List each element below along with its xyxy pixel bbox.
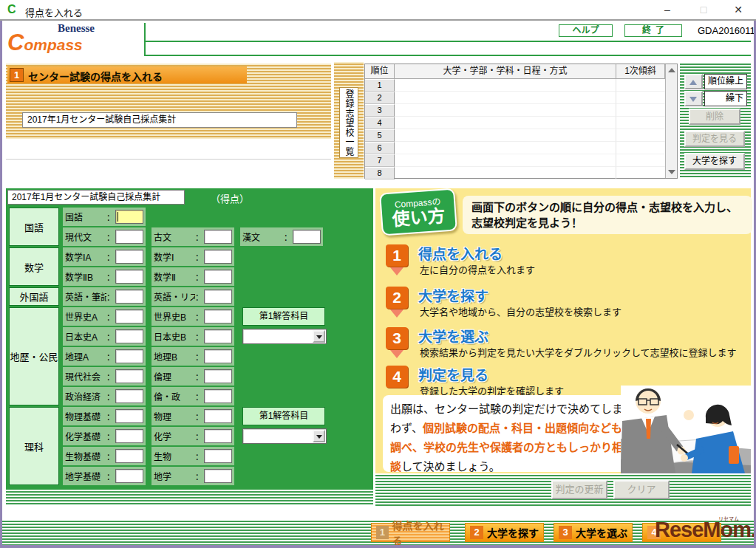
rank-cell[interactable]: 7 xyxy=(365,154,395,167)
subject-label: 生物 xyxy=(154,450,195,462)
subject-label: 古文 xyxy=(154,230,195,243)
footer-tab-1[interactable]: 1得点を入れる xyxy=(371,523,450,542)
score-input-4-0[interactable] xyxy=(115,290,143,304)
score-input-13-1[interactable] xyxy=(204,469,232,483)
score-input-5-0[interactable] xyxy=(115,309,143,323)
first-answer-select-2[interactable] xyxy=(242,428,327,444)
help-button[interactable]: ヘルプ xyxy=(559,24,613,37)
move-down-label: 繰下 xyxy=(704,91,747,106)
score-cell: 数学ⅠA： xyxy=(63,247,146,266)
exam-name-field[interactable]: 2017年1月センター試験自己採点集計 xyxy=(22,112,297,128)
score-input-0-0[interactable] xyxy=(115,210,143,224)
step-desc: 検索結果から判定を見たい大学をダブルクリックして志望校に登録します xyxy=(420,345,737,359)
score-cell: 英語・筆記： xyxy=(63,287,146,306)
subject-label: 英語・筆記 xyxy=(65,290,106,303)
score-input-3-0[interactable] xyxy=(115,270,143,284)
move-up-button[interactable] xyxy=(684,74,703,89)
maximize-button[interactable]: □ xyxy=(687,0,721,20)
search-university-button[interactable]: 大学を探す xyxy=(684,153,745,170)
weighted-score-cell xyxy=(616,117,665,129)
score-cell: 漢文： xyxy=(240,227,323,246)
score-input-6-1[interactable] xyxy=(204,329,232,343)
first-answer-select-1[interactable] xyxy=(242,329,327,344)
subject-label: 政治経済 xyxy=(65,390,106,403)
subject-label: 現代社会 xyxy=(65,370,106,383)
score-input-11-0[interactable] xyxy=(115,429,143,443)
step-number-1: 1 xyxy=(386,244,408,267)
rank-cell[interactable]: 2 xyxy=(365,92,395,104)
score-input-6-0[interactable] xyxy=(115,329,143,343)
footer-tabbar: 1得点を入れる2大学を探す3大学を選ぶ4 xyxy=(0,519,756,545)
category-label: 国語 xyxy=(9,208,59,246)
school-row-6[interactable]: 6 xyxy=(365,142,665,154)
weighted-score-cell xyxy=(616,79,665,92)
score-input-8-0[interactable] xyxy=(115,369,143,383)
rank-cell[interactable]: 4 xyxy=(365,117,395,129)
score-input-11-1[interactable] xyxy=(204,429,232,443)
score-input-1-2[interactable] xyxy=(293,230,321,244)
rank-cell[interactable]: 8 xyxy=(365,167,395,179)
usage-badge: Compassの 使い方 xyxy=(379,188,457,236)
update-judgment-button[interactable]: 判定の更新 xyxy=(551,480,607,499)
score-input-1-0[interactable] xyxy=(115,230,143,244)
score-input-10-0[interactable] xyxy=(115,409,143,423)
scroll-down-icon[interactable] xyxy=(668,170,675,174)
score-input-12-1[interactable] xyxy=(204,449,232,463)
step-number-4: 4 xyxy=(386,366,408,388)
score-input-5-1[interactable] xyxy=(204,309,232,323)
score-input-1-1[interactable] xyxy=(204,230,232,244)
score-input-2-1[interactable] xyxy=(204,250,232,264)
tab-label: 得点を入れる xyxy=(392,518,449,547)
close-button[interactable]: ✕ xyxy=(721,0,755,20)
tab-number: 2 xyxy=(470,526,483,539)
category-label: 外国語 xyxy=(9,287,59,306)
rank-cell[interactable]: 3 xyxy=(365,104,395,117)
rank-cell[interactable]: 1 xyxy=(365,79,395,92)
score-input-2-0[interactable] xyxy=(115,250,143,264)
score-input-7-1[interactable] xyxy=(204,349,232,363)
school-row-4[interactable]: 4 xyxy=(365,117,665,129)
score-input-9-1[interactable] xyxy=(204,389,232,403)
dropdown-button[interactable] xyxy=(313,430,325,442)
delete-button[interactable]: 削除 xyxy=(689,109,740,125)
footer-tab-2[interactable]: 2大学を探す xyxy=(465,523,544,542)
move-down-button[interactable] xyxy=(684,91,703,106)
school-name-cell xyxy=(395,117,616,129)
colon-separator: ： xyxy=(106,271,115,283)
school-row-7[interactable]: 7 xyxy=(365,154,665,167)
weighted-score-cell xyxy=(616,92,665,104)
school-row-3[interactable]: 3 xyxy=(365,104,665,117)
scroll-up-icon[interactable] xyxy=(668,68,675,72)
minimize-button[interactable]: – xyxy=(650,0,684,20)
brand-compass: Compass xyxy=(7,35,98,53)
score-input-7-0[interactable] xyxy=(115,349,143,363)
rank-cell[interactable]: 6 xyxy=(365,142,395,154)
school-row-2[interactable]: 2 xyxy=(365,92,665,104)
subject-label: 数学ⅡB xyxy=(65,270,106,283)
score-input-9-0[interactable] xyxy=(115,389,143,403)
subject-label: 地理A xyxy=(65,350,106,363)
footer-tab-3[interactable]: 3大学を選ぶ xyxy=(554,523,633,542)
dropdown-button[interactable] xyxy=(313,330,325,343)
clear-button[interactable]: クリア xyxy=(613,480,670,499)
colon-separator: ： xyxy=(106,451,115,462)
school-row-8[interactable]: 8 xyxy=(365,167,665,179)
table-scrollbar[interactable] xyxy=(665,64,677,178)
score-cell: 数学Ⅰ： xyxy=(151,247,234,266)
score-input-3-1[interactable] xyxy=(204,270,232,284)
subject-label: 数学ⅠA xyxy=(65,250,106,263)
score-input-4-1[interactable] xyxy=(204,290,232,304)
subject-label: 英語・リス xyxy=(154,290,195,303)
step-number-3: 3 xyxy=(386,327,408,349)
school-row-1[interactable]: 1 xyxy=(365,79,665,92)
step-title: 得点を入れる xyxy=(418,243,503,263)
score-input-13-0[interactable] xyxy=(115,469,143,483)
rank-cell[interactable]: 5 xyxy=(365,129,395,142)
exit-button[interactable]: 終了 xyxy=(624,24,682,37)
school-row-5[interactable]: 5 xyxy=(365,129,665,142)
score-input-8-1[interactable] xyxy=(204,369,232,383)
step-title: 判定を見る xyxy=(418,364,488,384)
score-input-10-1[interactable] xyxy=(204,409,232,423)
score-input-12-0[interactable] xyxy=(115,449,143,463)
see-judgment-button[interactable]: 判定を見る xyxy=(684,131,745,147)
